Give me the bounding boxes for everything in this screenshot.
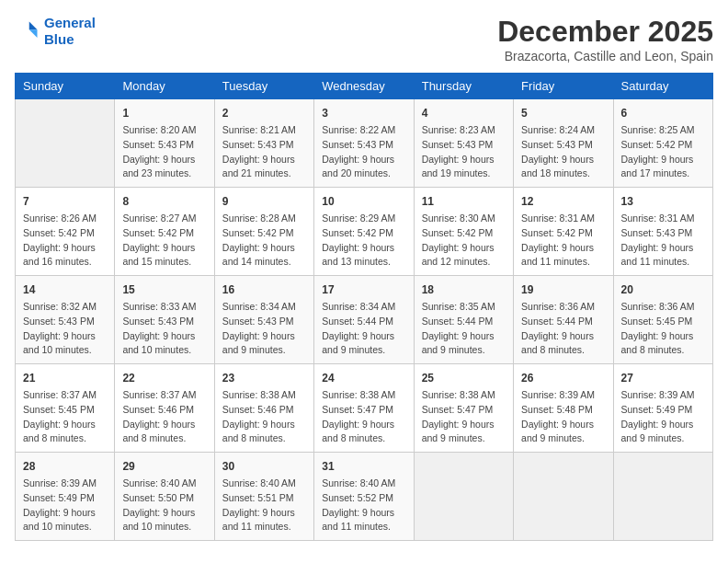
day-number: 3 xyxy=(322,105,405,121)
logo: General Blue xyxy=(15,15,96,48)
day-number: 29 xyxy=(122,458,206,475)
calendar-cell: 11Sunrise: 8:30 AMSunset: 5:42 PMDayligh… xyxy=(414,188,513,276)
svg-marker-1 xyxy=(29,29,38,38)
calendar-cell: 10Sunrise: 8:29 AMSunset: 5:42 PMDayligh… xyxy=(314,188,414,276)
page-container: General Blue December 2025 Brazacorta, C… xyxy=(15,15,713,541)
calendar-cell: 17Sunrise: 8:34 AMSunset: 5:44 PMDayligh… xyxy=(314,276,414,364)
calendar-cell xyxy=(613,453,712,541)
day-number: 26 xyxy=(521,370,605,386)
day-info: Sunrise: 8:32 AMSunset: 5:43 PMDaylight:… xyxy=(23,300,107,358)
day-number: 12 xyxy=(521,193,605,210)
day-number: 2 xyxy=(222,105,306,121)
day-number: 14 xyxy=(23,282,107,298)
calendar-header-row: SundayMondayTuesdayWednesdayThursdayFrid… xyxy=(16,74,713,99)
calendar-cell xyxy=(414,453,513,541)
day-number: 11 xyxy=(422,193,506,210)
week-row-3: 14Sunrise: 8:32 AMSunset: 5:43 PMDayligh… xyxy=(16,276,713,364)
day-info: Sunrise: 8:36 AMSunset: 5:45 PMDaylight:… xyxy=(621,300,705,358)
calendar-cell xyxy=(16,99,115,188)
calendar-cell: 28Sunrise: 8:39 AMSunset: 5:49 PMDayligh… xyxy=(16,453,115,541)
calendar-cell: 8Sunrise: 8:27 AMSunset: 5:42 PMDaylight… xyxy=(115,188,214,276)
day-number: 17 xyxy=(322,282,405,298)
header-cell-sunday: Sunday xyxy=(16,74,115,99)
header-cell-wednesday: Wednesday xyxy=(314,74,414,99)
day-info: Sunrise: 8:33 AMSunset: 5:43 PMDaylight:… xyxy=(122,300,206,358)
week-row-4: 21Sunrise: 8:37 AMSunset: 5:45 PMDayligh… xyxy=(16,364,713,453)
day-info: Sunrise: 8:20 AMSunset: 5:43 PMDaylight:… xyxy=(122,123,206,181)
day-number: 25 xyxy=(422,370,506,386)
week-row-2: 7Sunrise: 8:26 AMSunset: 5:42 PMDaylight… xyxy=(16,188,713,276)
calendar-cell: 1Sunrise: 8:20 AMSunset: 5:43 PMDaylight… xyxy=(115,99,214,188)
calendar-cell: 26Sunrise: 8:39 AMSunset: 5:48 PMDayligh… xyxy=(514,364,613,453)
logo-line2: Blue xyxy=(44,31,74,47)
day-number: 22 xyxy=(122,370,206,386)
header-cell-saturday: Saturday xyxy=(613,74,712,99)
day-number: 6 xyxy=(621,105,705,121)
day-info: Sunrise: 8:39 AMSunset: 5:49 PMDaylight:… xyxy=(23,477,107,534)
calendar-cell: 14Sunrise: 8:32 AMSunset: 5:43 PMDayligh… xyxy=(16,276,115,364)
calendar-cell: 2Sunrise: 8:21 AMSunset: 5:43 PMDaylight… xyxy=(214,99,313,188)
calendar-cell xyxy=(514,453,613,541)
day-info: Sunrise: 8:36 AMSunset: 5:44 PMDaylight:… xyxy=(521,300,605,358)
day-number: 16 xyxy=(222,282,306,298)
day-info: Sunrise: 8:37 AMSunset: 5:46 PMDaylight:… xyxy=(122,388,206,446)
calendar-cell: 23Sunrise: 8:38 AMSunset: 5:46 PMDayligh… xyxy=(214,364,313,453)
subtitle: Brazacorta, Castille and Leon, Spain xyxy=(497,49,713,63)
day-number: 7 xyxy=(23,193,107,210)
calendar-cell: 15Sunrise: 8:33 AMSunset: 5:43 PMDayligh… xyxy=(115,276,214,364)
logo-text: General Blue xyxy=(44,15,96,48)
day-info: Sunrise: 8:31 AMSunset: 5:42 PMDaylight:… xyxy=(521,212,605,270)
day-info: Sunrise: 8:23 AMSunset: 5:43 PMDaylight:… xyxy=(422,123,506,181)
calendar-cell: 7Sunrise: 8:26 AMSunset: 5:42 PMDaylight… xyxy=(16,188,115,276)
day-info: Sunrise: 8:38 AMSunset: 5:46 PMDaylight:… xyxy=(222,388,306,446)
day-number: 23 xyxy=(222,370,306,386)
calendar-cell: 9Sunrise: 8:28 AMSunset: 5:42 PMDaylight… xyxy=(214,188,313,276)
header-cell-tuesday: Tuesday xyxy=(214,74,313,99)
logo-line1: General xyxy=(44,15,96,30)
day-info: Sunrise: 8:28 AMSunset: 5:42 PMDaylight:… xyxy=(222,212,306,270)
day-info: Sunrise: 8:31 AMSunset: 5:43 PMDaylight:… xyxy=(621,212,705,270)
calendar-cell: 6Sunrise: 8:25 AMSunset: 5:42 PMDaylight… xyxy=(613,99,712,188)
day-info: Sunrise: 8:38 AMSunset: 5:47 PMDaylight:… xyxy=(322,388,405,446)
day-info: Sunrise: 8:30 AMSunset: 5:42 PMDaylight:… xyxy=(422,212,506,270)
calendar-cell: 3Sunrise: 8:22 AMSunset: 5:43 PMDaylight… xyxy=(314,99,414,188)
day-number: 30 xyxy=(222,458,306,475)
day-number: 18 xyxy=(422,282,506,298)
calendar-cell: 21Sunrise: 8:37 AMSunset: 5:45 PMDayligh… xyxy=(16,364,115,453)
week-row-5: 28Sunrise: 8:39 AMSunset: 5:49 PMDayligh… xyxy=(16,453,713,541)
header-cell-monday: Monday xyxy=(115,74,214,99)
day-info: Sunrise: 8:27 AMSunset: 5:42 PMDaylight:… xyxy=(122,212,206,270)
day-info: Sunrise: 8:24 AMSunset: 5:43 PMDaylight:… xyxy=(521,123,605,181)
header-cell-friday: Friday xyxy=(514,74,613,99)
day-number: 19 xyxy=(521,282,605,298)
day-info: Sunrise: 8:40 AMSunset: 5:50 PMDaylight:… xyxy=(122,477,206,534)
calendar-cell: 22Sunrise: 8:37 AMSunset: 5:46 PMDayligh… xyxy=(115,364,214,453)
calendar-cell: 25Sunrise: 8:38 AMSunset: 5:47 PMDayligh… xyxy=(414,364,513,453)
header-cell-thursday: Thursday xyxy=(414,74,513,99)
calendar-cell: 20Sunrise: 8:36 AMSunset: 5:45 PMDayligh… xyxy=(613,276,712,364)
calendar-cell: 30Sunrise: 8:40 AMSunset: 5:51 PMDayligh… xyxy=(214,453,313,541)
week-row-1: 1Sunrise: 8:20 AMSunset: 5:43 PMDaylight… xyxy=(16,99,713,188)
calendar-cell: 18Sunrise: 8:35 AMSunset: 5:44 PMDayligh… xyxy=(414,276,513,364)
title-section: December 2025 Brazacorta, Castille and L… xyxy=(497,15,713,63)
calendar-cell: 5Sunrise: 8:24 AMSunset: 5:43 PMDaylight… xyxy=(514,99,613,188)
day-number: 28 xyxy=(23,458,107,475)
day-info: Sunrise: 8:25 AMSunset: 5:42 PMDaylight:… xyxy=(621,123,705,181)
day-number: 1 xyxy=(122,105,206,121)
day-number: 9 xyxy=(222,193,306,210)
main-title: December 2025 xyxy=(497,15,713,49)
day-number: 24 xyxy=(322,370,405,386)
day-number: 4 xyxy=(422,105,506,121)
day-number: 21 xyxy=(23,370,107,386)
calendar-cell: 29Sunrise: 8:40 AMSunset: 5:50 PMDayligh… xyxy=(115,453,214,541)
header: General Blue December 2025 Brazacorta, C… xyxy=(15,15,713,63)
day-info: Sunrise: 8:34 AMSunset: 5:44 PMDaylight:… xyxy=(322,300,405,358)
day-info: Sunrise: 8:22 AMSunset: 5:43 PMDaylight:… xyxy=(322,123,405,181)
day-info: Sunrise: 8:40 AMSunset: 5:52 PMDaylight:… xyxy=(322,477,405,534)
day-info: Sunrise: 8:38 AMSunset: 5:47 PMDaylight:… xyxy=(422,388,506,446)
day-info: Sunrise: 8:26 AMSunset: 5:42 PMDaylight:… xyxy=(23,212,107,270)
day-number: 20 xyxy=(621,282,705,298)
calendar-table: SundayMondayTuesdayWednesdayThursdayFrid… xyxy=(15,73,713,541)
calendar-cell: 12Sunrise: 8:31 AMSunset: 5:42 PMDayligh… xyxy=(514,188,613,276)
logo-icon xyxy=(15,18,40,44)
